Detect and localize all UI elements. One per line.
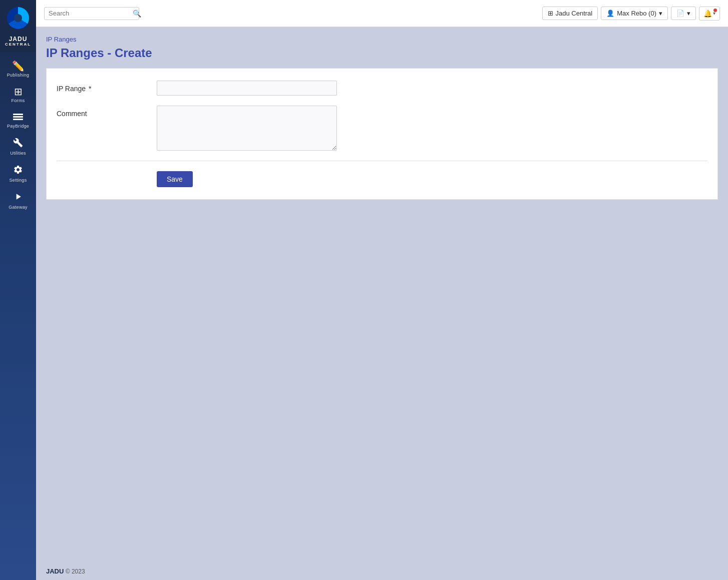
notifications-button[interactable]: 🔔 ▾ (699, 7, 720, 21)
bell-icon: 🔔 (703, 10, 712, 18)
user-dropdown-arrow: ▾ (659, 10, 662, 17)
jadu-central-label: Jadu Central (556, 10, 593, 17)
topbar-right: ⊞ Jadu Central 👤 Max Rebo (0) ▾ 📄 ▾ 🔔 ▾ (542, 7, 720, 21)
user-icon: 👤 (606, 10, 614, 17)
comment-label: Comment (57, 106, 157, 118)
grid-icon: ⊞ (548, 10, 553, 17)
docs-dropdown-arrow: ▾ (687, 10, 690, 17)
utilities-icon (13, 138, 23, 149)
page-body: IP Ranges IP Ranges - Create IP Range * … (36, 27, 728, 562)
sidebar-item-gateway[interactable]: Gateway (0, 187, 36, 214)
comment-row: Comment (57, 106, 707, 151)
comment-input[interactable] (157, 106, 337, 151)
breadcrumb[interactable]: IP Ranges (46, 36, 76, 43)
sidebar-item-settings[interactable]: Settings (0, 160, 36, 187)
ip-range-row: IP Range * (57, 81, 707, 96)
gateway-icon (13, 192, 23, 203)
search-input[interactable] (49, 10, 133, 17)
sidebar-logo (0, 0, 36, 36)
save-button[interactable]: Save (157, 171, 193, 187)
sidebar-item-forms[interactable]: ⊞ Forms (0, 82, 36, 107)
jadu-central-button[interactable]: ⊞ Jadu Central (542, 7, 598, 20)
search-icon[interactable]: 🔍 (133, 10, 141, 18)
sidebar-item-paybridge[interactable]: PayBridge (0, 107, 36, 133)
user-menu-button[interactable]: 👤 Max Rebo (0) ▾ (601, 7, 668, 20)
sidebar: JADU CENTRAL ✏️ Publishing ⊞ Forms (0, 0, 36, 580)
ip-range-input[interactable] (157, 81, 337, 96)
notification-badge (713, 9, 717, 12)
svg-rect-1 (13, 116, 23, 118)
paybridge-icon (13, 112, 23, 122)
logo-inner (14, 14, 22, 22)
ip-range-label: IP Range * (57, 81, 157, 93)
settings-icon (13, 165, 23, 176)
sidebar-item-utilities[interactable]: Utilities (0, 133, 36, 160)
footer: JADU © 2023 (36, 562, 728, 580)
topbar: 🔍 ⊞ Jadu Central 👤 Max Rebo (0) ▾ 📄 ▾ 🔔 (36, 0, 728, 27)
docs-icon: 📄 (676, 10, 684, 17)
sidebar-item-publishing[interactable]: ✏️ Publishing (0, 56, 36, 82)
brand-text: JADU CENTRAL (5, 36, 31, 47)
sidebar-nav: ✏️ Publishing ⊞ Forms PayBridge (0, 52, 36, 580)
publishing-icon: ✏️ (12, 61, 25, 71)
svg-rect-0 (13, 114, 23, 115)
footer-year: © 2023 (66, 568, 85, 575)
search-wrapper: 🔍 (44, 7, 139, 20)
sidebar-brand: JADU CENTRAL (0, 36, 36, 52)
forms-icon: ⊞ (14, 87, 23, 97)
user-label: Max Rebo (0) (617, 10, 656, 17)
main-area: 🔍 ⊞ Jadu Central 👤 Max Rebo (0) ▾ 📄 ▾ 🔔 (36, 0, 728, 580)
form-card: IP Range * Comment Save (46, 68, 718, 200)
footer-brand: JADU (46, 567, 64, 575)
form-divider (57, 161, 707, 161)
svg-rect-2 (13, 119, 23, 120)
page-title: IP Ranges - Create (46, 46, 718, 60)
logo-icon (7, 7, 29, 29)
docs-button[interactable]: 📄 ▾ (671, 7, 696, 20)
